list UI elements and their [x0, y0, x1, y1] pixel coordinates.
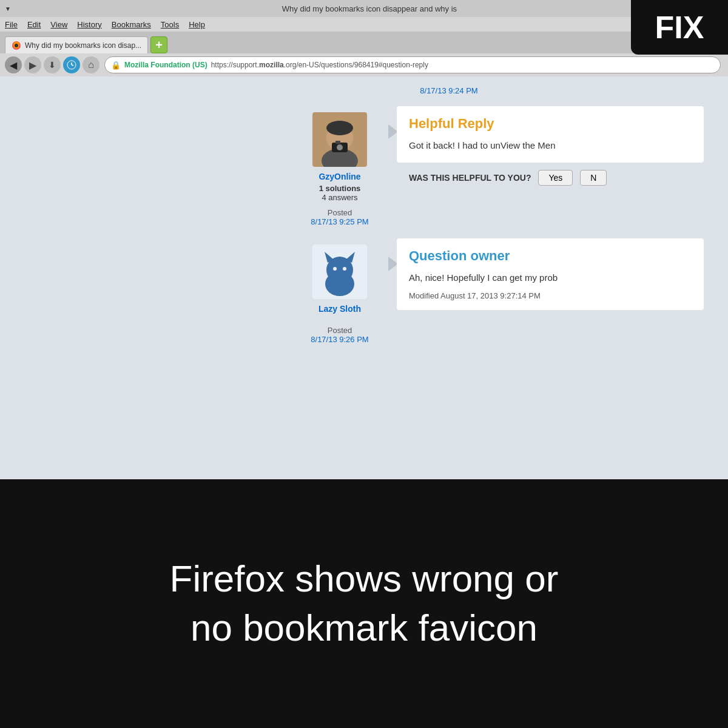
- post-section-2: Lazy Sloth Posted 8/17/13 9:26 PM Questi…: [291, 238, 728, 344]
- title-bar-dropdown[interactable]: ▼: [5, 5, 11, 12]
- svg-point-18: [343, 267, 346, 271]
- user-meta-2: Posted 8/17/13 9:26 PM: [311, 326, 368, 344]
- menu-history[interactable]: History: [77, 20, 101, 29]
- user-photo: [312, 112, 367, 167]
- firefox-icon: [12, 41, 21, 50]
- post-box-2: Question owner Ah, nice! Hopefully I can…: [397, 238, 704, 310]
- fix-badge: FIX: [631, 0, 728, 55]
- user-sidebar-1: GzyOnline 1 solutions 4 answers Posted 8…: [291, 106, 388, 226]
- clock-icon: [67, 60, 76, 70]
- lock-icon: 🔒: [111, 61, 121, 70]
- helpful-section: WAS THIS HELPFUL TO YOU? Yes N: [397, 163, 704, 193]
- fix-label: FIX: [655, 9, 704, 46]
- menu-file[interactable]: File: [5, 20, 18, 29]
- timestamp-top: 8/17/13 9:24 PM: [170, 76, 728, 100]
- post-content-wrapper-2: Question owner Ah, nice! Hopefully I can…: [397, 238, 716, 344]
- posted-date-1[interactable]: 8/17/13 9:25 PM: [311, 217, 368, 226]
- post-text-1: Got it back! I had to unView the Men: [409, 139, 692, 153]
- solutions-count: 1 solutions: [319, 184, 361, 193]
- username-2[interactable]: Lazy Sloth: [318, 304, 361, 314]
- post-box-1: Helpful Reply Got it back! I had to unVi…: [397, 106, 704, 163]
- page-content: 8/17/13 9:24 PM: [0, 76, 728, 479]
- bottom-line2: no bookmark favicon: [190, 607, 538, 649]
- helpful-prompt: WAS THIS HELPFUL TO YOU?: [409, 173, 531, 183]
- user-meta-1: Posted 8/17/13 9:25 PM: [311, 208, 368, 226]
- posted-label-2: Posted: [311, 326, 368, 335]
- question-owner-badge: Question owner: [409, 248, 692, 264]
- menu-tools[interactable]: Tools: [161, 20, 179, 29]
- menu-help[interactable]: Help: [189, 20, 205, 29]
- new-tab-button[interactable]: +: [150, 36, 167, 53]
- active-tab[interactable]: Why did my bookmarks icon disap...: [5, 36, 148, 53]
- cat-avatar: [312, 244, 367, 299]
- svg-point-8: [326, 121, 353, 135]
- download-button[interactable]: ⬇: [44, 56, 61, 73]
- url-origin: Mozilla Foundation (US): [124, 61, 207, 69]
- history-button[interactable]: [63, 56, 80, 73]
- svg-point-10: [337, 144, 343, 150]
- nav-bar: ◀ ▶ ⬇ ⌂ 🔒 Mozilla Foundation (US) https:…: [0, 53, 728, 76]
- no-button[interactable]: N: [580, 170, 607, 186]
- forward-button[interactable]: ▶: [24, 56, 41, 73]
- menu-edit[interactable]: Edit: [27, 20, 41, 29]
- username-1[interactable]: GzyOnline: [318, 172, 360, 181]
- user-stats-1: 1 solutions 4 answers: [319, 184, 361, 202]
- back-button[interactable]: ◀: [5, 56, 22, 73]
- tab-title: Why did my bookmarks icon disap...: [25, 41, 141, 50]
- bottom-text: Firefox shows wrong or no bookmark favic…: [170, 554, 559, 652]
- post-section-1: GzyOnline 1 solutions 4 answers Posted 8…: [291, 106, 728, 226]
- svg-rect-11: [335, 141, 340, 144]
- menu-view[interactable]: View: [50, 20, 67, 29]
- window-title: Why did my bookmarks icon disappear and …: [16, 4, 723, 13]
- avatar-lazysloth: [312, 244, 367, 299]
- post-text-2: Ah, nice! Hopefully I can get my prob: [409, 271, 692, 285]
- yes-button[interactable]: Yes: [538, 170, 573, 186]
- bottom-line1: Firefox shows wrong or: [170, 558, 559, 599]
- user-sidebar-2: Lazy Sloth Posted 8/17/13 9:26 PM: [291, 238, 388, 344]
- home-button[interactable]: ⌂: [83, 56, 99, 73]
- svg-point-17: [333, 267, 337, 271]
- svg-line-4: [72, 65, 73, 66]
- menu-bar: File Edit View History Bookmarks Tools H…: [0, 17, 728, 32]
- url-bar[interactable]: 🔒 Mozilla Foundation (US) https://suppor…: [104, 56, 721, 73]
- url-text: https://support.mozilla.org/en-US/questi…: [211, 61, 428, 69]
- svg-point-1: [15, 44, 18, 47]
- posted-date-2[interactable]: 8/17/13 9:26 PM: [311, 335, 368, 344]
- helpful-reply-badge: Helpful Reply: [409, 116, 692, 132]
- menu-bookmarks[interactable]: Bookmarks: [112, 20, 151, 29]
- post-content-wrapper-1: Helpful Reply Got it back! I had to unVi…: [397, 106, 716, 226]
- tab-bar: Why did my bookmarks icon disap... +: [0, 32, 728, 53]
- answers-count: 4 answers: [319, 193, 361, 202]
- posted-label-1: Posted: [311, 208, 368, 217]
- modified-text: Modified August 17, 2013 9:27:14 PM: [409, 291, 692, 300]
- avatar-gzyonline: [312, 112, 367, 167]
- bottom-section: Firefox shows wrong or no bookmark favic…: [0, 479, 728, 728]
